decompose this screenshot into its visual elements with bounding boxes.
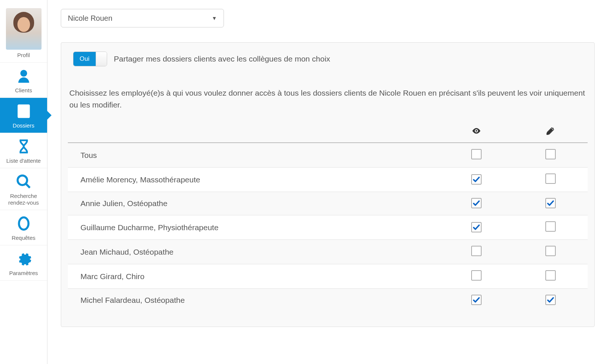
employee-name: Tous	[68, 143, 439, 168]
view-cell	[439, 168, 513, 192]
edit-checkbox[interactable]	[545, 198, 556, 208]
dossier-icon	[15, 102, 33, 120]
caret-down-icon: ▼	[212, 15, 217, 21]
sidebar-item-profil[interactable]: Profil	[0, 0, 47, 63]
edit-cell	[513, 240, 588, 264]
sidebar-item-label: Requêtes	[11, 235, 35, 241]
employees-table: TousAmélie Morency, MassothérapeuteAnnie…	[68, 122, 588, 312]
sidebar-item-recherche[interactable]: Recherche rendez-vous	[0, 168, 47, 210]
edit-checkbox[interactable]	[545, 221, 556, 232]
view-cell	[439, 264, 513, 289]
gear-icon	[15, 250, 33, 268]
sidebar-item-label: Liste d'attente	[6, 158, 41, 164]
employee-name: Amélie Morency, Massothérapeute	[68, 168, 439, 192]
sidebar-item-label: Recherche rendez-vous	[1, 193, 46, 206]
svg-point-0	[20, 70, 27, 77]
instructions-text: Choisissez les employé(e)s à qui vous vo…	[69, 87, 586, 110]
employee-name: Jean Michaud, Ostéopathe	[68, 240, 439, 264]
view-cell	[439, 143, 513, 168]
svg-point-2	[22, 107, 25, 110]
table-row: Annie Julien, Ostéopathe	[68, 192, 588, 215]
toggle-on-label: Oui	[73, 52, 96, 66]
table-row: Guillaume Ducharme, Physiothérapeute	[68, 215, 588, 240]
sidebar-item-label: Dossiers	[13, 122, 34, 129]
view-checkbox[interactable]	[471, 149, 482, 159]
user-icon	[15, 67, 33, 85]
edit-checkbox[interactable]	[545, 270, 556, 281]
col-view-header	[439, 122, 513, 143]
svg-point-10	[476, 130, 477, 132]
zero-icon	[15, 215, 33, 232]
sidebar-item-label: Paramètres	[9, 270, 38, 277]
sidebar-item-dossiers[interactable]: Dossiers	[0, 98, 47, 133]
edit-checkbox[interactable]	[545, 149, 556, 159]
view-cell	[439, 215, 513, 240]
edit-checkbox[interactable]	[545, 295, 556, 305]
svg-line-8	[26, 184, 30, 188]
avatar	[6, 8, 42, 50]
table-row: Tous	[68, 143, 588, 168]
toggle-description: Partager mes dossiers clients avec les c…	[114, 54, 330, 63]
employee-name: Annie Julien, Ostéopathe	[68, 192, 439, 215]
view-checkbox[interactable]	[471, 198, 482, 208]
col-edit-header	[513, 122, 588, 143]
toggle-knob	[96, 52, 107, 66]
table-row: Marc Girard, Chiro	[68, 264, 588, 289]
view-cell	[439, 192, 513, 215]
view-checkbox[interactable]	[471, 222, 482, 232]
sidebar-item-label: Profil	[17, 52, 30, 59]
sidebar-item-label: Clients	[15, 87, 32, 94]
edit-cell	[513, 215, 588, 240]
view-checkbox[interactable]	[471, 270, 482, 281]
table-row: Michel Falardeau, Ostéopathe	[68, 289, 588, 312]
edit-cell	[513, 143, 588, 168]
sidebar-item-parametres[interactable]: Paramètres	[0, 245, 47, 281]
employee-name: Guillaume Ducharme, Physiothérapeute	[68, 215, 439, 240]
table-row: Amélie Morency, Massothérapeute	[68, 168, 588, 192]
user-select-value: Nicole Rouen	[68, 14, 112, 23]
sidebar-item-requetes[interactable]: Requêtes	[0, 210, 47, 245]
view-checkbox[interactable]	[471, 246, 482, 256]
edit-checkbox[interactable]	[545, 173, 556, 184]
edit-icon	[546, 130, 555, 137]
svg-point-9	[19, 218, 29, 230]
edit-cell	[513, 289, 588, 312]
share-panel: Oui Partager mes dossiers clients avec l…	[61, 42, 595, 327]
edit-cell	[513, 192, 588, 215]
view-checkbox[interactable]	[471, 295, 482, 305]
search-icon	[15, 173, 33, 191]
eye-icon	[472, 130, 481, 137]
employee-name: Michel Falardeau, Ostéopathe	[68, 289, 439, 312]
view-cell	[439, 240, 513, 264]
sidebar: Profil Clients Dossiers Liste d'attente …	[0, 0, 47, 364]
toggle-row: Oui Partager mes dossiers clients avec l…	[73, 52, 588, 66]
sidebar-item-liste-attente[interactable]: Liste d'attente	[0, 133, 47, 168]
user-select-dropdown[interactable]: Nicole Rouen ▼	[61, 9, 224, 27]
hourglass-icon	[15, 138, 33, 155]
main-content: Nicole Rouen ▼ Oui Partager mes dossiers…	[47, 0, 608, 364]
share-toggle[interactable]: Oui	[73, 52, 107, 66]
col-name-header	[68, 122, 439, 143]
svg-line-6	[24, 113, 25, 114]
employee-name: Marc Girard, Chiro	[68, 264, 439, 289]
edit-cell	[513, 264, 588, 289]
view-cell	[439, 289, 513, 312]
sidebar-item-clients[interactable]: Clients	[0, 63, 47, 98]
edit-checkbox[interactable]	[545, 246, 556, 256]
table-row: Jean Michaud, Ostéopathe	[68, 240, 588, 264]
view-checkbox[interactable]	[471, 174, 482, 185]
edit-cell	[513, 168, 588, 192]
svg-point-7	[17, 176, 27, 185]
